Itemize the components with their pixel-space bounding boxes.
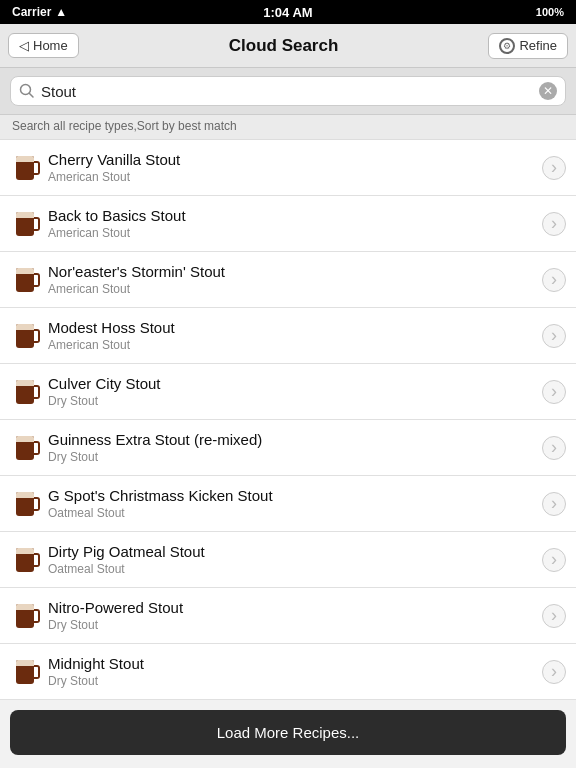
recipe-name: Guinness Extra Stout (re-mixed) [48, 431, 542, 448]
refine-button[interactable]: ⚙ Refine [488, 33, 568, 59]
nav-bar: ◁ Home Cloud Search ⚙ Refine [0, 24, 576, 68]
recipe-name: Modest Hoss Stout [48, 319, 542, 336]
battery-label: 100% [536, 6, 564, 18]
beer-mug-icon [16, 492, 34, 516]
chevron-right-icon: › [542, 268, 566, 292]
search-bar: ✕ [10, 76, 566, 106]
recipe-name: Nitro-Powered Stout [48, 599, 542, 616]
recipe-info: Culver City Stout Dry Stout [40, 375, 542, 408]
beer-mug-icon [16, 548, 34, 572]
beer-icon-wrap [10, 548, 40, 572]
recipe-info: Nitro-Powered Stout Dry Stout [40, 599, 542, 632]
status-bar-right: 100% [536, 6, 564, 18]
refine-icon: ⚙ [499, 38, 515, 54]
sort-info-text: Search all recipe types,Sort by best mat… [12, 119, 237, 133]
beer-mug-icon [16, 436, 34, 460]
carrier-label: Carrier [12, 5, 51, 19]
beer-icon-wrap [10, 212, 40, 236]
recipe-type: American Stout [48, 338, 542, 352]
recipe-item[interactable]: Culver City Stout Dry Stout › [0, 364, 576, 420]
back-label: Home [33, 38, 68, 53]
chevron-right-icon: › [542, 380, 566, 404]
beer-icon-wrap [10, 660, 40, 684]
recipe-name: Midnight Stout [48, 655, 542, 672]
recipe-type: Oatmeal Stout [48, 506, 542, 520]
beer-icon-wrap [10, 156, 40, 180]
recipe-type: Oatmeal Stout [48, 562, 542, 576]
load-more-wrap: Load More Recipes... [0, 700, 576, 768]
beer-icon-wrap [10, 324, 40, 348]
recipe-info: G Spot's Christmass Kicken Stout Oatmeal… [40, 487, 542, 520]
status-bar-time: 1:04 AM [263, 5, 312, 20]
recipe-item[interactable]: Nor'easter's Stormin' Stout American Sto… [0, 252, 576, 308]
beer-icon-wrap [10, 604, 40, 628]
svg-line-1 [30, 94, 34, 98]
recipe-info: Modest Hoss Stout American Stout [40, 319, 542, 352]
recipe-item[interactable]: Nitro-Powered Stout Dry Stout › [0, 588, 576, 644]
recipe-item[interactable]: Guinness Extra Stout (re-mixed) Dry Stou… [0, 420, 576, 476]
chevron-right-icon: › [542, 212, 566, 236]
recipe-item[interactable]: Midnight Stout Dry Stout › [0, 644, 576, 700]
recipe-item[interactable]: Back to Basics Stout American Stout › [0, 196, 576, 252]
chevron-right-icon: › [542, 324, 566, 348]
recipe-item[interactable]: G Spot's Christmass Kicken Stout Oatmeal… [0, 476, 576, 532]
nav-title: Cloud Search [229, 36, 339, 56]
refine-label: Refine [519, 38, 557, 53]
chevron-right-icon: › [542, 492, 566, 516]
chevron-right-icon: › [542, 548, 566, 572]
recipe-info: Back to Basics Stout American Stout [40, 207, 542, 240]
recipe-info: Dirty Pig Oatmeal Stout Oatmeal Stout [40, 543, 542, 576]
beer-icon-wrap [10, 380, 40, 404]
recipe-info: Guinness Extra Stout (re-mixed) Dry Stou… [40, 431, 542, 464]
recipe-item[interactable]: Modest Hoss Stout American Stout › [0, 308, 576, 364]
recipe-type: Dry Stout [48, 674, 542, 688]
status-bar-left: Carrier ▲ [12, 5, 67, 19]
recipe-info: Nor'easter's Stormin' Stout American Sto… [40, 263, 542, 296]
beer-mug-icon [16, 268, 34, 292]
recipe-type: Dry Stout [48, 618, 542, 632]
back-home-button[interactable]: ◁ Home [8, 33, 79, 58]
chevron-right-icon: › [542, 660, 566, 684]
wifi-icon: ▲ [55, 5, 67, 19]
beer-mug-icon [16, 324, 34, 348]
recipe-name: Back to Basics Stout [48, 207, 542, 224]
beer-mug-icon [16, 604, 34, 628]
load-more-button[interactable]: Load More Recipes... [10, 710, 566, 755]
recipe-item[interactable]: Dirty Pig Oatmeal Stout Oatmeal Stout › [0, 532, 576, 588]
recipe-type: American Stout [48, 282, 542, 296]
recipe-type: American Stout [48, 226, 542, 240]
beer-mug-icon [16, 156, 34, 180]
recipe-name: Culver City Stout [48, 375, 542, 392]
beer-mug-icon [16, 380, 34, 404]
recipe-name: Cherry Vanilla Stout [48, 151, 542, 168]
chevron-right-icon: › [542, 156, 566, 180]
beer-mug-icon [16, 660, 34, 684]
chevron-right-icon: › [542, 436, 566, 460]
recipe-info: Midnight Stout Dry Stout [40, 655, 542, 688]
status-bar: Carrier ▲ 1:04 AM 100% [0, 0, 576, 24]
beer-mug-icon [16, 212, 34, 236]
recipe-list: Cherry Vanilla Stout American Stout › Ba… [0, 140, 576, 700]
recipe-name: G Spot's Christmass Kicken Stout [48, 487, 542, 504]
back-icon: ◁ [19, 38, 29, 53]
search-clear-button[interactable]: ✕ [539, 82, 557, 100]
recipe-info: Cherry Vanilla Stout American Stout [40, 151, 542, 184]
sort-info: Search all recipe types,Sort by best mat… [0, 115, 576, 140]
recipe-item[interactable]: Cherry Vanilla Stout American Stout › [0, 140, 576, 196]
recipe-name: Nor'easter's Stormin' Stout [48, 263, 542, 280]
recipe-name: Dirty Pig Oatmeal Stout [48, 543, 542, 560]
recipe-type: Dry Stout [48, 394, 542, 408]
beer-icon-wrap [10, 268, 40, 292]
search-icon [19, 83, 35, 99]
search-bar-wrap: ✕ [0, 68, 576, 115]
search-input[interactable] [41, 83, 533, 100]
chevron-right-icon: › [542, 604, 566, 628]
beer-icon-wrap [10, 436, 40, 460]
recipe-type: American Stout [48, 170, 542, 184]
beer-icon-wrap [10, 492, 40, 516]
recipe-type: Dry Stout [48, 450, 542, 464]
